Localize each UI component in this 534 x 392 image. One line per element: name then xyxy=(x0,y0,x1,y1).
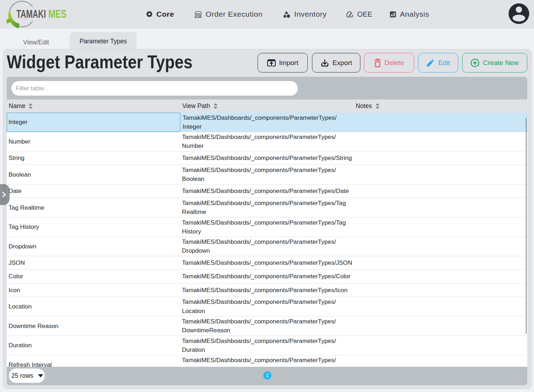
svg-text:MES: MES xyxy=(48,8,67,20)
svg-text:TAMAKI: TAMAKI xyxy=(16,8,46,20)
